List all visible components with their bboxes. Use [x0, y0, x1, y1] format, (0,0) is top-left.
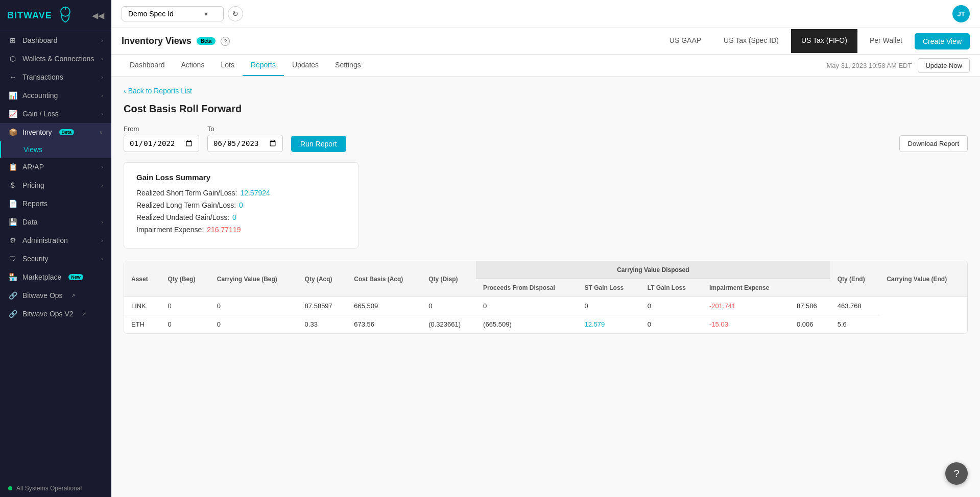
dashboard-icon: ⊞: [8, 36, 17, 44]
to-date-field: To: [207, 125, 283, 152]
cell-cv-end: 463.768: [830, 297, 879, 315]
sidebar-item-views[interactable]: Views: [0, 141, 111, 158]
subtab-updates[interactable]: Updates: [284, 55, 327, 76]
create-view-button[interactable]: Create View: [915, 33, 970, 49]
tab-us-tax-fifo[interactable]: US Tax (FIFO): [791, 29, 857, 53]
sidebar-item-security[interactable]: 🛡 Security ›: [0, 250, 111, 268]
help-icon[interactable]: ?: [221, 37, 230, 46]
cell-proceeds: 0: [476, 297, 577, 315]
spec-selector: Demo Spec Id ▾ ↻: [122, 6, 243, 21]
help-fab-button[interactable]: ?: [945, 462, 968, 485]
pricing-icon: $: [8, 181, 17, 189]
transactions-icon: ↔: [8, 73, 17, 81]
chevron-right-icon: ›: [101, 74, 103, 80]
sidebar-item-views-label: Views: [23, 145, 42, 154]
col-qty-acq: Qty (Acq): [298, 261, 347, 297]
sidebar-item-marketplace[interactable]: 🏪 Marketplace New: [0, 268, 111, 286]
summary-row-0: Realized Short Term Gain/Loss: 12.57924: [136, 189, 346, 197]
sidebar-item-gain-loss[interactable]: 📈 Gain / Loss ›: [0, 105, 111, 123]
tab-us-gaap[interactable]: US GAAP: [659, 29, 711, 53]
user-avatar[interactable]: JT: [952, 5, 970, 22]
sidebar-item-arap[interactable]: 📋 AR/AP ›: [0, 158, 111, 176]
sidebar-item-transactions[interactable]: ↔ Transactions ›: [0, 68, 111, 86]
bitwave-ops-icon: 🔗: [8, 291, 17, 300]
update-now-button[interactable]: Update Now: [918, 58, 970, 73]
chevron-right-icon: ›: [101, 92, 103, 98]
summary-row-label-0: Realized Short Term Gain/Loss:: [136, 189, 237, 197]
summary-row-2: Realized Undated Gain/Loss: 0: [136, 213, 346, 221]
sidebar-item-bitwave-ops-v2[interactable]: 🔗 Bitwave Ops V2 ↗: [0, 305, 111, 323]
sidebar-item-data[interactable]: 💾 Data ›: [0, 213, 111, 231]
from-date-field: From: [124, 125, 199, 152]
sidebar-item-reports-label: Reports: [22, 200, 47, 208]
col-qty-disp: Qty (Disp): [421, 261, 476, 297]
tab-per-wallet[interactable]: Per Wallet: [859, 29, 913, 53]
cell-qty-beg: 0: [160, 315, 209, 334]
inventory-tab-strip: US GAAP US Tax (Spec ID) US Tax (FIFO) P…: [659, 29, 970, 53]
sidebar-item-administration-label: Administration: [22, 236, 68, 244]
sidebar-item-accounting[interactable]: 📊 Accounting ›: [0, 86, 111, 105]
spec-dropdown-value: Demo Spec Id: [128, 10, 174, 18]
summary-row-label-2: Realized Undated Gain/Loss:: [136, 213, 229, 221]
brand-name: BITWAVE: [7, 10, 52, 21]
from-date-input[interactable]: [124, 135, 199, 152]
chevron-right-icon: ›: [101, 56, 103, 62]
gain-loss-summary-card: Gain Loss Summary Realized Short Term Ga…: [124, 162, 358, 248]
chevron-right-icon: ›: [101, 182, 103, 188]
external-link-icon: ↗: [82, 311, 86, 317]
sidebar-item-data-label: Data: [22, 218, 38, 226]
roll-forward-table: Asset Qty (Beg) Carrying Value (Beg) Qty…: [124, 261, 968, 334]
refresh-button[interactable]: ↻: [228, 6, 243, 21]
col-placeholder: [790, 279, 830, 297]
subtab-lots[interactable]: Lots: [212, 55, 242, 76]
subtab-right-area: May 31, 2023 10:58 AM EDT Update Now: [827, 58, 970, 73]
cell-qty-disp: (0.323661): [421, 315, 476, 334]
inventory-title-area: Inventory Views Beta ?: [122, 36, 230, 46]
inventory-beta-badge: Beta: [59, 129, 75, 135]
tab-us-tax-spec[interactable]: US Tax (Spec ID): [713, 29, 789, 53]
summary-row-value-1: 0: [239, 201, 243, 209]
sidebar-item-bitwave-ops[interactable]: 🔗 Bitwave Ops ↗: [0, 286, 111, 305]
summary-card-title: Gain Loss Summary: [136, 173, 346, 182]
data-icon: 💾: [8, 218, 17, 226]
table-row: ETH 0 0 0.33 673.56 (0.323661) (665.509)…: [124, 315, 967, 334]
security-icon: 🛡: [8, 255, 17, 263]
to-date-input[interactable]: [207, 135, 283, 152]
cell-qty-end: 87.586: [790, 297, 830, 315]
subtab-dashboard[interactable]: Dashboard: [122, 55, 173, 76]
to-label: To: [207, 125, 283, 133]
chevron-right-icon: ›: [101, 219, 103, 225]
cell-proceeds: (665.509): [476, 315, 577, 334]
date-range-row: From To Run Report Download Report: [124, 125, 968, 152]
chevron-right-icon: ›: [101, 37, 103, 43]
sidebar-item-pricing[interactable]: $ Pricing ›: [0, 176, 111, 194]
sidebar-header: BITWAVE ◀◀: [0, 0, 111, 31]
chevron-right-icon: ›: [101, 164, 103, 170]
inventory-views-beta-badge: Beta: [197, 37, 216, 45]
sidebar-collapse-button[interactable]: ◀◀: [92, 11, 104, 20]
report-body: ‹ Back to Reports List Cost Basis Roll F…: [111, 77, 980, 344]
system-status-bar: All Systems Operational: [0, 480, 111, 497]
cell-qty-beg: 0: [160, 297, 209, 315]
sidebar-item-accounting-label: Accounting: [22, 91, 58, 100]
sidebar-item-reports[interactable]: 📄 Reports: [0, 194, 111, 213]
sidebar-item-administration[interactable]: ⚙ Administration ›: [0, 231, 111, 250]
download-report-button[interactable]: Download Report: [899, 135, 968, 152]
sidebar-item-dashboard[interactable]: ⊞ Dashboard ›: [0, 31, 111, 49]
back-to-reports-link[interactable]: ‹ Back to Reports List: [124, 87, 968, 95]
col-lt-gain: LT Gain Loss: [640, 279, 702, 297]
spec-dropdown[interactable]: Demo Spec Id ▾: [122, 6, 224, 21]
col-proceeds: Proceeds From Disposal: [476, 279, 577, 297]
chevron-right-icon: ›: [101, 111, 103, 117]
subtab-actions[interactable]: Actions: [173, 55, 213, 76]
col-cv-end: Carrying Value (End): [879, 261, 967, 297]
sidebar-item-wallets-label: Wallets & Connections: [22, 55, 94, 63]
run-report-button[interactable]: Run Report: [291, 136, 346, 152]
col-cv-beg: Carrying Value (Beg): [210, 261, 298, 297]
subtab-reports[interactable]: Reports: [243, 55, 284, 76]
cell-lt-gain: 0: [640, 315, 702, 334]
sidebar-item-inventory[interactable]: 📦 Inventory Beta ∨: [0, 123, 111, 141]
col-group-carrying-value-disposed: Carrying Value Disposed: [476, 261, 830, 279]
subtab-settings[interactable]: Settings: [327, 55, 369, 76]
sidebar-item-wallets[interactable]: ⬡ Wallets & Connections ›: [0, 49, 111, 68]
